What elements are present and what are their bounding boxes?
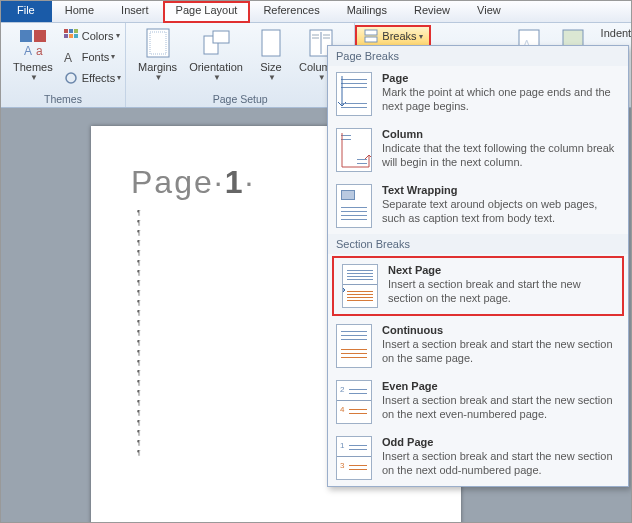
orientation-label: Orientation	[189, 61, 243, 73]
option-title: Odd Page	[382, 436, 620, 448]
chevron-down-icon: ▼	[213, 73, 221, 82]
effects-label: Effects	[82, 72, 115, 84]
text-wrapping-icon	[336, 184, 372, 228]
indent-label: Indent	[601, 27, 632, 39]
break-option-odd-page[interactable]: 13 Odd PageInsert a section break and st…	[328, 430, 628, 486]
chevron-down-icon: ▾	[117, 73, 121, 82]
break-option-page[interactable]: PageMark the point at which one page end…	[328, 66, 628, 122]
chevron-down-icon: ▾	[116, 31, 120, 40]
svg-text:A: A	[24, 44, 32, 58]
odd-page-icon: 13	[336, 436, 372, 480]
colors-label: Colors	[82, 30, 114, 42]
even-page-icon: 24	[336, 380, 372, 424]
group-label-page-setup: Page Setup	[132, 91, 348, 107]
tab-page-layout[interactable]: Page Layout	[163, 1, 251, 23]
svg-rect-0	[20, 30, 32, 42]
margins-label: Margins	[138, 61, 177, 73]
size-icon	[255, 27, 287, 59]
option-desc: Separate text around objects on web page…	[382, 198, 620, 226]
group-label-themes: Themes	[7, 91, 119, 107]
option-title: Continuous	[382, 324, 620, 336]
tab-mailings[interactable]: Mailings	[334, 1, 401, 22]
fonts-label: Fonts	[82, 51, 110, 63]
chevron-down-icon: ▾	[419, 32, 423, 41]
size-label: Size	[260, 61, 281, 73]
tab-review[interactable]: Review	[401, 1, 464, 22]
option-desc: Mark the point at which one page ends an…	[382, 86, 620, 114]
effects-button[interactable]: Effects▾	[59, 67, 125, 88]
option-title: Text Wrapping	[382, 184, 620, 196]
chevron-down-icon: ▼	[155, 73, 163, 82]
break-option-even-page[interactable]: 24 Even PageInsert a section break and s…	[328, 374, 628, 430]
fonts-icon: A	[63, 49, 79, 65]
option-desc: Insert a section break and start the new…	[382, 394, 620, 422]
svg-point-11	[66, 73, 76, 83]
svg-rect-16	[262, 30, 280, 56]
option-title: Column	[382, 128, 620, 140]
section-breaks-header: Section Breaks	[328, 234, 628, 254]
svg-text:A: A	[64, 51, 72, 64]
svg-rect-6	[74, 29, 78, 33]
tab-file[interactable]: File	[1, 1, 52, 22]
tab-insert[interactable]: Insert	[108, 1, 163, 22]
svg-rect-7	[64, 34, 68, 38]
breaks-icon	[363, 28, 379, 44]
breaks-button[interactable]: Breaks ▾	[355, 25, 430, 47]
svg-rect-23	[365, 30, 377, 35]
svg-rect-5	[69, 29, 73, 33]
tab-home[interactable]: Home	[52, 1, 108, 22]
break-option-next-page[interactable]: Next PageInsert a section break and star…	[332, 256, 624, 316]
svg-rect-8	[69, 34, 73, 38]
svg-text:a: a	[36, 44, 43, 58]
option-desc: Indicate that the text following the col…	[382, 142, 620, 170]
breaks-dropdown: Page Breaks PageMark the point at which …	[327, 45, 629, 487]
themes-icon: Aa	[17, 27, 49, 59]
page-breaks-header: Page Breaks	[328, 46, 628, 66]
option-title: Page	[382, 72, 620, 84]
break-option-continuous[interactable]: ContinuousInsert a section break and sta…	[328, 318, 628, 374]
svg-rect-4	[64, 29, 68, 33]
option-title: Next Page	[388, 264, 614, 276]
chevron-down-icon: ▼	[268, 73, 276, 82]
page-title-number: 1	[225, 164, 245, 200]
size-button[interactable]: Size▼	[249, 25, 293, 84]
tab-references[interactable]: References	[250, 1, 333, 22]
effects-icon	[63, 70, 79, 86]
breaks-label: Breaks	[382, 30, 416, 42]
orientation-button[interactable]: Orientation▼	[183, 25, 249, 84]
chevron-down-icon: ▾	[111, 52, 115, 61]
option-desc: Insert a section break and start the new…	[388, 278, 614, 306]
fonts-button[interactable]: AFonts▾	[59, 46, 125, 67]
margins-icon	[142, 27, 174, 59]
svg-rect-9	[74, 34, 78, 38]
chevron-down-icon: ▼	[30, 73, 38, 82]
colors-icon	[63, 28, 79, 44]
option-title: Even Page	[382, 380, 620, 392]
svg-rect-24	[365, 37, 377, 42]
page-break-icon	[336, 72, 372, 116]
margins-button[interactable]: Margins▼	[132, 25, 183, 84]
option-desc: Insert a section break and start the new…	[382, 338, 620, 366]
chevron-down-icon: ▼	[318, 73, 326, 82]
orientation-icon	[200, 27, 232, 59]
next-page-icon	[342, 264, 378, 308]
themes-label: Themes	[13, 61, 53, 73]
colors-button[interactable]: Colors▾	[59, 25, 125, 46]
column-break-icon	[336, 128, 372, 172]
page-title-prefix: Page·	[131, 164, 225, 200]
option-desc: Insert a section break and start the new…	[382, 450, 620, 478]
tab-view[interactable]: View	[464, 1, 515, 22]
continuous-icon	[336, 324, 372, 368]
themes-button[interactable]: Aa Themes ▼	[7, 25, 59, 91]
svg-rect-15	[213, 31, 229, 43]
svg-rect-1	[34, 30, 46, 42]
break-option-text-wrapping[interactable]: Text WrappingSeparate text around object…	[328, 178, 628, 234]
break-option-column[interactable]: ColumnIndicate that the text following t…	[328, 122, 628, 178]
page-title-suffix: ·	[244, 164, 255, 200]
